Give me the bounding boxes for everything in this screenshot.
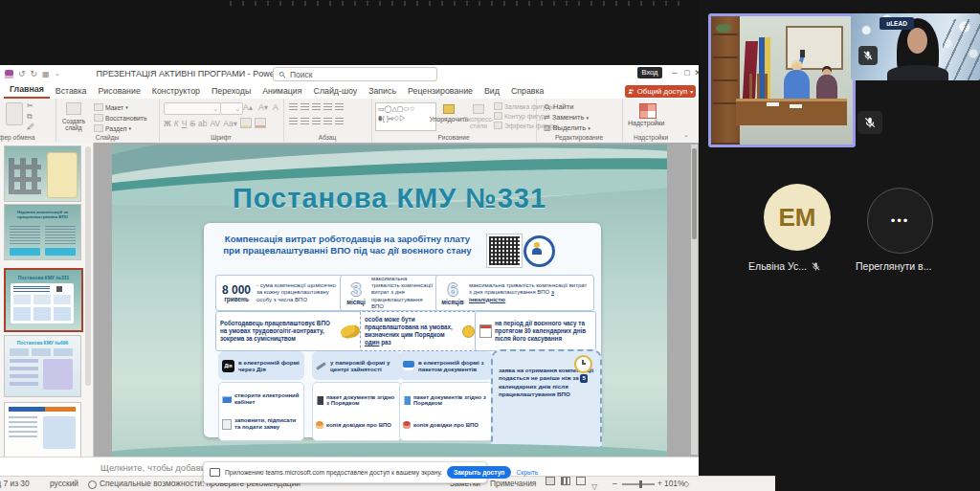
tab-home[interactable]: Главная bbox=[4, 81, 50, 99]
numbering-icon[interactable] bbox=[301, 103, 309, 110]
font-name-select[interactable]: ⌄ bbox=[164, 102, 221, 115]
align-right-icon[interactable] bbox=[312, 118, 321, 124]
employment-service-logo bbox=[523, 235, 555, 267]
indent-decrease-icon[interactable] bbox=[312, 103, 321, 110]
find-button[interactable]: Найти bbox=[544, 102, 573, 111]
select-button[interactable]: ▧Выделить▾ bbox=[544, 123, 590, 132]
font-color-button[interactable] bbox=[255, 118, 266, 128]
hide-notification-link[interactable]: Скрыть bbox=[516, 469, 538, 476]
bold-button[interactable]: Ж bbox=[164, 119, 171, 128]
copy-icon[interactable]: ⧉ bbox=[27, 112, 33, 122]
cut-icon[interactable]: ✂ bbox=[27, 101, 33, 110]
slideshow-icon[interactable]: ▽ bbox=[591, 480, 597, 491]
zoom-in-icon[interactable]: + bbox=[657, 477, 662, 491]
indent-increase-icon[interactable] bbox=[323, 103, 332, 110]
thumbnail-scrollbar[interactable] bbox=[85, 146, 91, 386]
reading-view-icon[interactable] bbox=[576, 477, 586, 485]
ulead-logo: uLEAD bbox=[880, 17, 914, 30]
text-shadow-button[interactable]: ab bbox=[198, 119, 207, 128]
paste-button[interactable] bbox=[6, 102, 23, 125]
condition-employer: Роботодавець працевлаштовує ВПО на умова… bbox=[215, 311, 365, 351]
ribbon-group-drawing: ▭◯△▢⬭☆⬮{ }⇨◇▷ Упорядочить Экспресс-стили… bbox=[371, 99, 537, 142]
close-button[interactable]: ✕ bbox=[691, 66, 699, 79]
collapse-ribbon-icon[interactable]: ⌄ bbox=[683, 131, 689, 139]
participant-avatar-more[interactable]: ••• bbox=[867, 188, 933, 254]
folder-dark-icon bbox=[316, 396, 323, 405]
customize-qat-icon[interactable]: ⌄ bbox=[55, 70, 60, 78]
tab-help[interactable]: Справка bbox=[505, 83, 550, 99]
line-spacing-icon[interactable] bbox=[335, 103, 344, 110]
slide-canvas[interactable]: Постанова КМУ №331 Компенсація витрат ро… bbox=[112, 145, 667, 457]
save-icon[interactable] bbox=[5, 70, 13, 78]
share-button[interactable]: Общий доступ ▾ bbox=[625, 85, 696, 98]
tab-review[interactable]: Рецензирование bbox=[402, 83, 479, 99]
comments-toggle[interactable]: Примечания bbox=[490, 477, 536, 491]
highlight-button[interactable] bbox=[240, 118, 252, 128]
window-frame bbox=[943, 19, 980, 80]
sign-in-button[interactable]: Вход bbox=[637, 67, 662, 78]
addins-button[interactable] bbox=[639, 103, 657, 119]
align-left-icon[interactable] bbox=[289, 118, 298, 124]
quick-styles-button[interactable]: Экспресс-стили bbox=[465, 104, 492, 129]
zoom-level[interactable]: 101% bbox=[664, 477, 684, 491]
justify-icon[interactable] bbox=[323, 118, 332, 124]
thumbnail-slide-8[interactable]: Постанова КМУ №696 bbox=[4, 335, 81, 397]
minimize-button[interactable]: – bbox=[668, 66, 681, 79]
tab-transitions[interactable]: Переходы bbox=[206, 83, 256, 99]
share-caret-icon: ▾ bbox=[690, 88, 693, 95]
replace-button[interactable]: ⇄Заменить▾ bbox=[544, 113, 589, 122]
section-button[interactable]: Раздел▾ bbox=[94, 124, 131, 132]
arrange-button[interactable]: Упорядочить bbox=[434, 104, 463, 123]
pencil-icon bbox=[316, 362, 326, 370]
new-slide-button[interactable]: Создать слайд bbox=[59, 101, 88, 132]
font-size-select[interactable]: ⌄ bbox=[220, 102, 243, 115]
tab-animations[interactable]: Анимация bbox=[256, 83, 307, 99]
five-days-badge: 5 bbox=[580, 374, 587, 382]
thumbnail-slide-6[interactable]: Надання компенсацій за працевлаштування … bbox=[4, 204, 81, 260]
clear-format-icon[interactable]: А bbox=[273, 102, 278, 112]
tab-slideshow[interactable]: Слайд-шоу bbox=[308, 83, 364, 99]
thumbnail-slide-7-current[interactable]: Постанова КМУ №331 bbox=[4, 268, 83, 332]
underline-button[interactable]: Ч bbox=[182, 119, 188, 128]
undo-icon[interactable]: ↺ bbox=[18, 69, 26, 78]
tab-draw[interactable]: Рисование bbox=[92, 83, 145, 99]
screen-icon bbox=[210, 468, 220, 477]
slide-area-scrollbar[interactable] bbox=[691, 145, 698, 455]
italic-button[interactable]: К bbox=[174, 119, 179, 128]
plant bbox=[716, 24, 731, 33]
handshake-icon bbox=[340, 324, 361, 340]
tab-insert[interactable]: Вставка bbox=[50, 83, 93, 99]
slide-sorter-icon[interactable] bbox=[561, 477, 570, 485]
video-tile-woman[interactable]: uLEAD bbox=[851, 13, 980, 80]
columns-icon[interactable] bbox=[335, 118, 344, 124]
fit-to-window-icon[interactable]: ◇ bbox=[683, 477, 689, 491]
char-spacing-button[interactable]: AV bbox=[211, 119, 221, 128]
search-input[interactable]: Поиск bbox=[273, 67, 437, 81]
zoom-slider[interactable] bbox=[622, 483, 655, 485]
participant-avatar-em[interactable]: EM bbox=[764, 184, 831, 251]
format-painter-icon[interactable]: 🖉 bbox=[27, 123, 34, 131]
shrink-font-icon[interactable]: А▾ bbox=[258, 102, 268, 112]
zoom-slider-thumb[interactable] bbox=[639, 480, 642, 488]
shapes-gallery[interactable]: ▭◯△▢⬭☆⬮{ }⇨◇▷ bbox=[375, 102, 436, 131]
tab-view[interactable]: Вид bbox=[479, 83, 505, 99]
grow-font-icon[interactable]: А▴ bbox=[243, 102, 253, 112]
tab-record[interactable]: Запись bbox=[363, 83, 402, 99]
tab-design[interactable]: Конструктор bbox=[146, 83, 206, 99]
layout-button[interactable]: Макет▾ bbox=[94, 103, 128, 111]
stop-sharing-button[interactable]: Закрыть доступ bbox=[447, 466, 511, 479]
change-case-button[interactable]: Аа▾ bbox=[223, 119, 237, 128]
strikethrough-button[interactable]: S bbox=[189, 119, 195, 128]
redo-icon[interactable]: ↻ bbox=[31, 69, 38, 78]
normal-view-icon[interactable] bbox=[546, 477, 555, 485]
reset-button[interactable]: Восстановить bbox=[94, 114, 147, 122]
zoom-out-icon[interactable]: – bbox=[612, 477, 617, 491]
video-tile-room[interactable] bbox=[708, 13, 856, 147]
start-presentation-icon[interactable]: ▦ bbox=[42, 70, 50, 78]
thumbnail-slide-5[interactable] bbox=[4, 145, 81, 202]
editing-group-label: Редактирование bbox=[536, 134, 622, 141]
bullets-icon[interactable] bbox=[289, 103, 298, 110]
thumbnail-slide-9[interactable] bbox=[4, 402, 81, 457]
language-indicator[interactable]: русский bbox=[50, 477, 78, 491]
align-center-icon[interactable] bbox=[301, 118, 309, 124]
